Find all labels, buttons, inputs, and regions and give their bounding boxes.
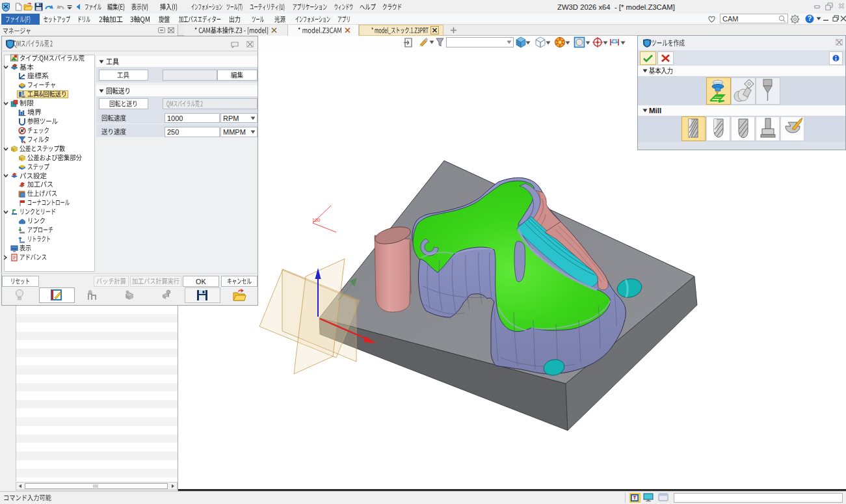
svg-text:?: ? [808,15,812,22]
svg-text:100: 100 [312,217,321,223]
